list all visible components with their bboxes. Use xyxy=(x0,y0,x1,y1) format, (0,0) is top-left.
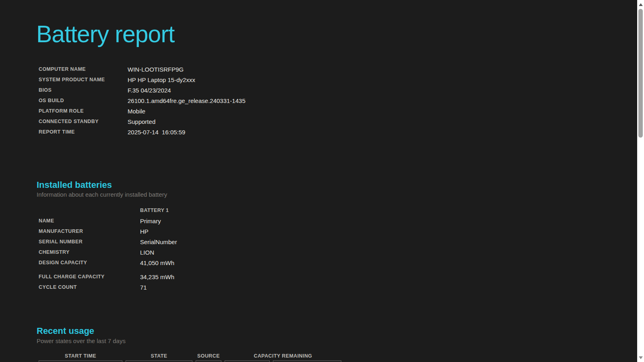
info-label: BIOS xyxy=(39,85,128,95)
table-row: BATTERY 1 xyxy=(39,205,177,216)
battery-label: MANUFACTURER xyxy=(39,226,140,237)
usage-cell xyxy=(273,360,341,362)
usage-column-header: START TIME xyxy=(39,352,122,360)
info-value: Supported xyxy=(128,116,246,127)
info-label: COMPUTER NAME xyxy=(39,64,128,74)
battery-value: LION xyxy=(140,247,177,257)
scrollbar-thumb[interactable] xyxy=(638,9,643,138)
info-label: OS BUILD xyxy=(39,95,128,106)
info-value: HP HP Laptop 15-dy2xxx xyxy=(128,74,246,85)
page-title: Battery report xyxy=(36,20,174,49)
info-value: F.35 04/23/2024 xyxy=(128,85,246,95)
battery-label: FULL CHARGE CAPACITY xyxy=(39,272,140,282)
battery-column-header: BATTERY 1 xyxy=(140,205,177,216)
table-row: BIOS F.35 04/23/2024 xyxy=(39,85,246,95)
battery-value: Primary xyxy=(140,216,177,226)
usage-cell xyxy=(196,360,221,362)
battery-label: NAME xyxy=(39,216,140,226)
table-row: MANUFACTURER HP xyxy=(39,226,177,237)
recent-usage-table: START TIME STATE SOURCE CAPACITY REMAINI… xyxy=(35,352,345,362)
table-row: COMPUTER NAME WIN-LOOTISRFP9G xyxy=(39,64,246,74)
info-label: CONNECTED STANDBY xyxy=(39,116,128,127)
table-row: CYCLE COUNT 71 xyxy=(39,282,177,292)
usage-column-header: CAPACITY REMAINING xyxy=(225,352,341,360)
installed-batteries-table: BATTERY 1 NAME Primary MANUFACTURER HP S… xyxy=(39,205,177,292)
row-spacer xyxy=(39,268,177,272)
usage-column-header: STATE xyxy=(126,352,192,360)
battery-label: CYCLE COUNT xyxy=(39,282,140,292)
battery-value: SerialNumber xyxy=(140,237,177,247)
battery-value: 34,235 mWh xyxy=(140,272,177,282)
battery-value: HP xyxy=(140,226,177,237)
table-row: SERIAL NUMBER SerialNumber xyxy=(39,237,177,247)
battery-value: 71 xyxy=(140,282,177,292)
battery-label: SERIAL NUMBER xyxy=(39,237,140,247)
usage-header-row: START TIME STATE SOURCE CAPACITY REMAINI… xyxy=(39,352,341,360)
info-label: SYSTEM PRODUCT NAME xyxy=(39,74,128,85)
usage-cell xyxy=(39,360,122,362)
usage-cell xyxy=(126,360,192,362)
table-row: NAME Primary xyxy=(39,216,177,226)
system-info-table: COMPUTER NAME WIN-LOOTISRFP9G SYSTEM PRO… xyxy=(39,64,246,137)
table-row: CONNECTED STANDBY Supported xyxy=(39,116,246,127)
recent-usage-heading: Recent usage xyxy=(37,326,94,336)
installed-batteries-heading: Installed batteries xyxy=(37,180,112,190)
table-row: FULL CHARGE CAPACITY 34,235 mWh xyxy=(39,272,177,282)
usage-column-header: SOURCE xyxy=(196,352,221,360)
info-value: 26100.1.amd64fre.ge_release.240331-1435 xyxy=(128,95,246,106)
table-row: SYSTEM PRODUCT NAME HP HP Laptop 15-dy2x… xyxy=(39,74,246,85)
info-label: PLATFORM ROLE xyxy=(39,106,128,116)
table-row: PLATFORM ROLE Mobile xyxy=(39,106,246,116)
scroll-up-icon[interactable] xyxy=(639,3,643,6)
table-row: REPORT TIME 2025-07-14 16:05:59 xyxy=(39,127,246,137)
info-value: 2025-07-14 16:05:59 xyxy=(128,127,246,137)
battery-label: DESIGN CAPACITY xyxy=(39,257,140,268)
battery-label: CHEMISTRY xyxy=(39,247,140,257)
battery-value: 41,050 mWh xyxy=(140,257,177,268)
table-row: DESIGN CAPACITY 41,050 mWh xyxy=(39,257,177,268)
table-row: OS BUILD 26100.1.amd64fre.ge_release.240… xyxy=(39,95,246,106)
usage-cell xyxy=(225,360,270,362)
table-row: CHEMISTRY LION xyxy=(39,247,177,257)
usage-first-row xyxy=(39,360,341,362)
installed-batteries-subtitle: Information about each currently install… xyxy=(37,191,167,199)
scroll-down-icon[interactable] xyxy=(639,356,643,359)
recent-usage-subtitle: Power states over the last 7 days xyxy=(37,337,126,345)
info-value: WIN-LOOTISRFP9G xyxy=(128,64,246,74)
scrollbar[interactable] xyxy=(637,0,644,362)
info-value: Mobile xyxy=(128,106,246,116)
info-label: REPORT TIME xyxy=(39,127,128,137)
battery-column-spacer xyxy=(39,205,140,216)
